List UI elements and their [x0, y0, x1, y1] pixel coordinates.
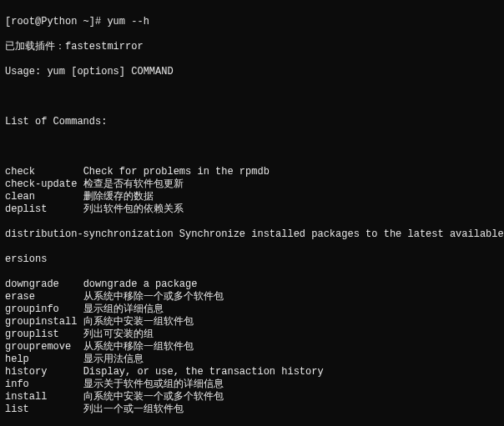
command-name: info: [5, 378, 83, 390]
command-desc: 从系统中移除一组软件包: [83, 341, 194, 353]
terminal-output: [root@Python ~]# yum --h 已加载插件：fastestmi…: [0, 0, 504, 426]
command-name: downgrade: [5, 278, 83, 290]
command-row: deplist 列出软件包的依赖关系: [5, 203, 499, 216]
command-desc: 列出软件包的依赖关系: [83, 203, 184, 215]
command-row: groupremove 从系统中移除一组软件包: [5, 341, 499, 353]
command-desc: 列出一个或一组软件包: [83, 403, 184, 415]
command-row: groupinstall 向系统中安装一组软件包: [5, 316, 499, 328]
command-row: info 显示关于软件包或组的详细信息: [5, 378, 499, 391]
command-desc: downgrade a package: [83, 278, 198, 290]
command-row: check-update 检查是否有软件包更新: [5, 178, 499, 191]
command-name: check-update: [5, 178, 83, 190]
usage-line: Usage: yum [options] COMMAND: [5, 66, 499, 78]
command-name: groupremove: [5, 341, 83, 353]
command-name: groupinfo: [5, 303, 83, 315]
command-desc: 显示关于软件包或组的详细信息: [83, 378, 224, 390]
shell-prompt-line[interactable]: [root@Python ~]# yum --h: [5, 16, 499, 28]
command-name: grouplist: [5, 328, 83, 340]
command-row: check Check for problems in the rpmdb: [5, 166, 499, 178]
command-row: grouplist 列出可安装的组: [5, 328, 499, 341]
command-name: help: [5, 353, 83, 365]
dist-sync-line-1: distribution-synchronization Synchronize…: [5, 228, 499, 241]
command-desc: 列出可安装的组: [83, 328, 154, 340]
command-name: deplist: [5, 203, 83, 215]
command-row: groupinfo 显示组的详细信息: [5, 303, 499, 316]
command-row: install 向系统中安装一个或多个软件包: [5, 391, 499, 403]
command-name: erase: [5, 291, 83, 303]
command-desc: Check for problems in the rpmdb: [83, 166, 270, 178]
command-row: erase 从系统中移除一个或多个软件包: [5, 291, 499, 303]
command-desc: 删除缓存的数据: [83, 191, 154, 203]
blank-line: [5, 91, 499, 103]
command-desc: 显示用法信息: [83, 353, 144, 365]
shell-prompt: [root@Python ~]#: [5, 16, 107, 28]
command-row: downgrade downgrade a package: [5, 278, 499, 291]
command-name: history: [5, 366, 83, 378]
command-desc: 向系统中安装一个或多个软件包: [83, 391, 224, 403]
command-row: list 列出一个或一组软件包: [5, 403, 499, 416]
command-desc: 从系统中移除一个或多个软件包: [83, 291, 224, 303]
command-row: history Display, or use, the transaction…: [5, 366, 499, 378]
command-name: check: [5, 166, 83, 178]
command-desc: Display, or use, the transaction history: [83, 366, 324, 378]
command-row: clean 删除缓存的数据: [5, 191, 499, 203]
plugins-line: 已加载插件：fastestmirror: [5, 41, 499, 53]
command-desc: 显示组的详细信息: [83, 303, 164, 315]
command-desc: 检查是否有软件包更新: [83, 178, 184, 190]
command-desc: 向系统中安装一组软件包: [83, 316, 194, 328]
command-name: clean: [5, 191, 83, 203]
command-name: install: [5, 391, 83, 403]
dist-sync-line-2: ersions: [5, 253, 499, 266]
entered-command: yum --h: [107, 16, 149, 28]
command-name: groupinstall: [5, 316, 83, 328]
blank-line: [5, 141, 499, 153]
command-name: list: [5, 403, 83, 415]
command-row: help 显示用法信息: [5, 353, 499, 366]
list-header: List of Commands:: [5, 116, 499, 128]
